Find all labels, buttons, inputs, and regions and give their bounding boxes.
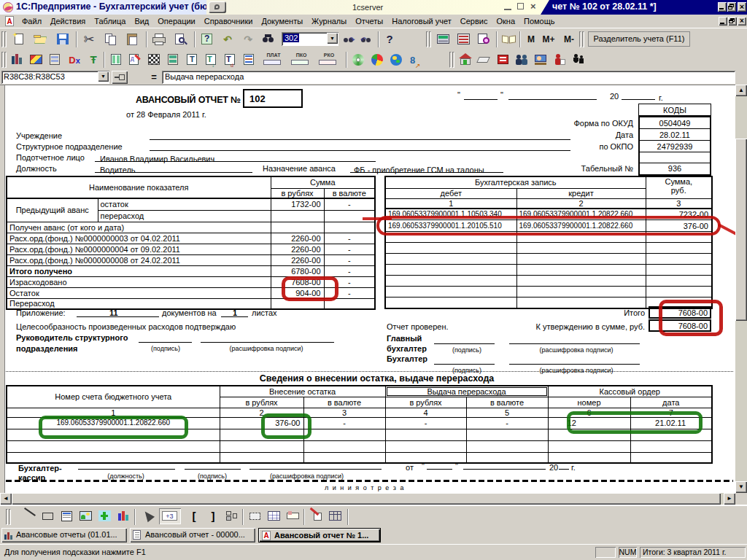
cell-names-button[interactable]: +3	[159, 508, 181, 524]
house-icon[interactable]	[457, 52, 474, 68]
table-row[interactable]: остаток	[98, 198, 271, 210]
v8-icon[interactable]: 8↗	[407, 52, 425, 68]
document-icon[interactable]: A	[5, 16, 14, 26]
tab-advance-report-doc[interactable]: Авансовый отчет - 00000...	[130, 528, 255, 542]
server-window-icon[interactable]	[209, 1, 226, 13]
draw-line-icon[interactable]	[20, 508, 38, 524]
report-number-box[interactable]: 102	[243, 89, 303, 108]
child-minimize-button[interactable]	[719, 17, 727, 26]
scroll-right-button[interactable]: ►	[724, 493, 735, 505]
table-view-icon[interactable]	[476, 31, 493, 47]
cell-reference-dropdown[interactable]: ▼	[98, 71, 109, 82]
new-file-icon[interactable]	[10, 31, 28, 47]
guide-book-icon[interactable]	[28, 52, 45, 68]
find-combo-dropdown[interactable]: ▼	[327, 33, 338, 44]
cd-icon[interactable]	[350, 52, 368, 68]
edit-doc-icon[interactable]: Д	[127, 52, 144, 68]
undo-icon[interactable]: ↶	[219, 31, 236, 47]
cabinet-green-icon[interactable]	[165, 52, 182, 68]
format-pencil-icon[interactable]	[308, 508, 325, 524]
menu-item-reports[interactable]: Отчеты	[351, 15, 387, 28]
window-close-button[interactable]: ×	[738, 2, 746, 12]
menu-item-actions[interactable]: Действия	[46, 15, 90, 28]
purpose-value[interactable]: ФБ - приобретение ГСМ на талоны	[350, 163, 503, 173]
properties-grid-icon[interactable]	[327, 508, 344, 524]
person-doc-icon[interactable]	[551, 52, 569, 68]
save-icon[interactable]	[54, 31, 71, 47]
draw-diagram-icon[interactable]	[96, 508, 114, 524]
divider-button[interactable]: Разделитель учета (F11)	[588, 31, 690, 47]
table-grid-icon[interactable]	[266, 508, 283, 524]
draw-picture-icon[interactable]	[77, 508, 95, 524]
menu-item-table[interactable]: Таблица	[90, 15, 130, 28]
rko-button[interactable]: РКО	[317, 52, 341, 68]
journal-icon[interactable]	[108, 52, 125, 68]
find-combo[interactable]: 302 ▼	[282, 32, 338, 46]
tdoc3-icon[interactable]: Td	[222, 52, 239, 68]
book-icon[interactable]	[500, 31, 518, 47]
plat-button[interactable]: ПЛАТ	[261, 52, 286, 68]
window-restore-button[interactable]	[727, 2, 736, 12]
globe-icon[interactable]	[388, 52, 406, 68]
table-row[interactable]: Израсходовано	[7, 276, 271, 287]
find-prev-icon[interactable]: ↶	[359, 31, 376, 47]
overrun-header[interactable]: Выдача перерасхода	[385, 386, 548, 397]
person-value[interactable]: Иванов Владимир Васильевич	[95, 152, 376, 162]
menu-item-windows[interactable]: Окна	[492, 15, 519, 28]
comment-icon[interactable]	[285, 508, 302, 524]
report-chart-icon[interactable]	[9, 52, 26, 68]
server-minimize-icon[interactable]	[504, 3, 511, 10]
dx-icon[interactable]: Dx	[66, 52, 83, 68]
tab-number-value[interactable]: 936	[640, 163, 710, 174]
cabinet-icon[interactable]	[47, 52, 64, 68]
menu-item-journals[interactable]: Журналы	[307, 15, 351, 28]
print-preview-icon[interactable]	[172, 31, 190, 47]
m-button[interactable]: M	[522, 31, 540, 47]
position-value[interactable]: Водитель	[95, 163, 252, 173]
pie-chart-icon[interactable]	[369, 52, 387, 68]
tdoc2-icon[interactable]: T↓	[203, 52, 220, 68]
walkers-icon[interactable]	[570, 52, 588, 68]
menu-item-operations[interactable]: Операции	[153, 15, 199, 28]
paste-icon[interactable]	[124, 31, 142, 47]
menu-item-service[interactable]: Сервис	[456, 15, 492, 28]
server-close-icon[interactable]: ×	[530, 1, 536, 12]
server-restore-icon[interactable]	[517, 3, 524, 9]
vertical-scrollbar[interactable]: ▲ ▼	[735, 85, 747, 493]
people-icon[interactable]	[514, 52, 531, 68]
eraser-icon[interactable]	[476, 52, 493, 68]
draw-rect-icon[interactable]	[39, 508, 57, 524]
okud-value[interactable]: 0504049	[640, 117, 710, 129]
redo-icon[interactable]: ↷	[239, 31, 257, 47]
bracket-close-icon[interactable]: ]	[204, 508, 222, 524]
menu-item-help[interactable]: Помощь	[519, 15, 560, 28]
vertical-scroll-thumb[interactable]	[735, 139, 747, 321]
bracket-open-icon[interactable]: [	[185, 508, 203, 524]
horizontal-scrollbar[interactable]: ◄ ►	[0, 493, 735, 505]
scroll-down-button[interactable]: ▼	[735, 481, 747, 493]
find-next-icon[interactable]: ↷	[341, 31, 359, 47]
pin-button[interactable]	[112, 71, 128, 84]
print-icon[interactable]	[150, 31, 168, 47]
checker-icon[interactable]	[146, 52, 163, 68]
tree-icon[interactable]: Ŧ	[85, 52, 102, 68]
m-minus-button[interactable]: M-	[560, 31, 578, 47]
menu-item-references[interactable]: Справочники	[200, 15, 258, 28]
window-minimize-button[interactable]	[718, 2, 727, 12]
menu-item-tax[interactable]: Налоговый учет	[387, 15, 456, 28]
server-window-titlebar[interactable]: 1cserver ×	[206, 0, 549, 15]
help-topics-icon[interactable]: ?	[198, 31, 216, 47]
pko-button[interactable]: ПКО	[289, 52, 314, 68]
find-icon[interactable]	[260, 31, 277, 47]
m-plus-button[interactable]: M+	[540, 31, 557, 47]
calculator-icon[interactable]	[435, 31, 452, 47]
help-icon[interactable]: ?	[381, 31, 398, 47]
table-row[interactable]: Расх.орд.(фонд.) №0000000003 от 04.02.20…	[7, 233, 271, 244]
scroll-up-button[interactable]: ▲	[735, 85, 747, 96]
menu-item-documents[interactable]: Документы	[257, 15, 307, 28]
table-row[interactable]: Итого получено	[7, 265, 271, 276]
draw-text-icon[interactable]	[58, 508, 76, 524]
menu-item-file[interactable]: Файл	[18, 15, 46, 28]
scroll-left-button[interactable]: ◄	[0, 493, 12, 505]
tab-advance-report-102[interactable]: A Авансовый отчет № 1...	[258, 528, 381, 542]
